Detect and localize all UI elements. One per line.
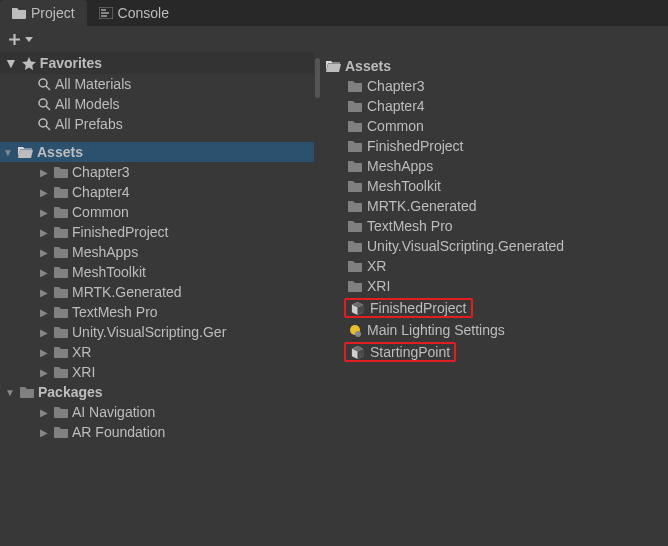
star-icon: [22, 57, 36, 70]
label: FinishedProject: [370, 300, 467, 316]
chevron-right-icon: ▶: [38, 347, 50, 358]
unity-scene-icon: [350, 301, 365, 316]
asset-folder[interactable]: MeshApps: [320, 156, 668, 176]
chevron-down-icon: ▼: [2, 147, 14, 158]
folder-icon: [348, 240, 362, 252]
folder-item[interactable]: ▶MRTK.Generated: [0, 282, 314, 302]
chevron-down-icon: ▼: [4, 387, 16, 398]
folder-item[interactable]: ▶Unity.VisualScripting.Ger: [0, 322, 314, 342]
search-icon: [38, 78, 51, 91]
folder-icon: [348, 140, 362, 152]
folder-item[interactable]: ▶MeshToolkit: [0, 262, 314, 282]
tab-console[interactable]: Console: [87, 0, 181, 26]
folder-item[interactable]: ▶Chapter4: [0, 182, 314, 202]
folder-icon: [54, 206, 68, 218]
folder-icon: [348, 80, 362, 92]
favorite-item[interactable]: ▶ All Materials: [0, 74, 314, 94]
asset-folder[interactable]: Unity.VisualScripting.Generated: [320, 236, 668, 256]
add-button[interactable]: [8, 33, 33, 46]
label: All Materials: [55, 76, 131, 92]
search-icon: [38, 118, 51, 131]
folder-icon: [54, 166, 68, 178]
folder-item[interactable]: ▶TextMesh Pro: [0, 302, 314, 322]
folder-item[interactable]: ▶AR Foundation: [0, 422, 314, 442]
chevron-right-icon: ▶: [38, 307, 50, 318]
asset-folder[interactable]: TextMesh Pro: [320, 216, 668, 236]
asset-folder[interactable]: Chapter4: [320, 96, 668, 116]
favorites-header[interactable]: ▼ Favorites: [0, 52, 314, 74]
folder-icon: [54, 226, 68, 238]
folder-icon: [20, 386, 34, 398]
chevron-right-icon: ▶: [38, 367, 50, 378]
asset-folder[interactable]: MeshToolkit: [320, 176, 668, 196]
asset-item[interactable]: Main Lighting Settings: [320, 320, 668, 340]
folder-icon: [54, 186, 68, 198]
label: Unity.VisualScripting.Generated: [367, 238, 564, 254]
label: Main Lighting Settings: [367, 322, 505, 338]
tab-project[interactable]: Project: [0, 0, 87, 26]
label: Chapter3: [367, 78, 425, 94]
project-window: { "tabs": { "project": "Project", "conso…: [0, 0, 668, 546]
packages-label: Packages: [38, 384, 103, 400]
folder-item[interactable]: ▶XR: [0, 342, 314, 362]
asset-list: Assets Chapter3Chapter4CommonFinishedPro…: [320, 52, 668, 546]
favorites-label: Favorites: [40, 55, 102, 71]
folder-icon: [54, 406, 68, 418]
label: XRI: [367, 278, 390, 294]
asset-folder[interactable]: Common: [320, 116, 668, 136]
folder-item[interactable]: ▶FinishedProject: [0, 222, 314, 242]
asset-item[interactable]: StartingPoint: [320, 340, 668, 364]
tab-label: Project: [31, 5, 75, 21]
assets-label: Assets: [37, 144, 83, 160]
breadcrumb[interactable]: Assets: [320, 56, 668, 76]
label: MeshApps: [367, 158, 433, 174]
asset-folder[interactable]: XRI: [320, 276, 668, 296]
folder-icon: [348, 180, 362, 192]
svg-rect-2: [101, 12, 109, 14]
folder-item[interactable]: ▶XRI: [0, 362, 314, 382]
chevron-right-icon: ▶: [38, 287, 50, 298]
breadcrumb-label: Assets: [345, 58, 391, 74]
favorite-item[interactable]: ▶ All Models: [0, 94, 314, 114]
folder-icon: [54, 326, 68, 338]
label: XR: [367, 258, 386, 274]
label: AI Navigation: [72, 404, 155, 420]
chevron-right-icon: ▶: [38, 327, 50, 338]
toolbar: [0, 26, 668, 52]
folder-item[interactable]: ▶MeshApps: [0, 242, 314, 262]
chevron-right-icon: ▶: [38, 267, 50, 278]
label: Chapter3: [72, 164, 130, 180]
folder-icon: [12, 6, 26, 20]
packages-root[interactable]: ▼ Packages: [0, 382, 314, 402]
favorite-item[interactable]: ▶ All Prefabs: [0, 114, 314, 134]
svg-rect-1: [101, 9, 106, 11]
svg-rect-3: [101, 15, 107, 17]
folder-icon: [348, 100, 362, 112]
label: MRTK.Generated: [367, 198, 476, 214]
asset-item[interactable]: FinishedProject: [320, 296, 668, 320]
svg-point-6: [39, 119, 47, 127]
chevron-right-icon: ▶: [38, 227, 50, 238]
label: FinishedProject: [367, 138, 464, 154]
assets-root[interactable]: ▼ Assets: [0, 142, 314, 162]
folder-icon: [54, 306, 68, 318]
folder-icon: [54, 286, 68, 298]
dropdown-icon: [25, 37, 33, 42]
label: Chapter4: [72, 184, 130, 200]
lighting-settings-icon: [348, 323, 362, 337]
folder-item[interactable]: ▶Common: [0, 202, 314, 222]
label: Common: [367, 118, 424, 134]
folder-item[interactable]: ▶AI Navigation: [0, 402, 314, 422]
label: MRTK.Generated: [72, 284, 181, 300]
label: TextMesh Pro: [367, 218, 453, 234]
asset-folder[interactable]: XR: [320, 256, 668, 276]
chevron-right-icon: ▶: [38, 207, 50, 218]
asset-folder[interactable]: MRTK.Generated: [320, 196, 668, 216]
chevron-right-icon: ▶: [38, 407, 50, 418]
asset-folder[interactable]: Chapter3: [320, 76, 668, 96]
svg-point-4: [39, 79, 47, 87]
label: MeshApps: [72, 244, 138, 260]
folder-open-icon: [18, 146, 33, 158]
asset-folder[interactable]: FinishedProject: [320, 136, 668, 156]
folder-item[interactable]: ▶Chapter3: [0, 162, 314, 182]
